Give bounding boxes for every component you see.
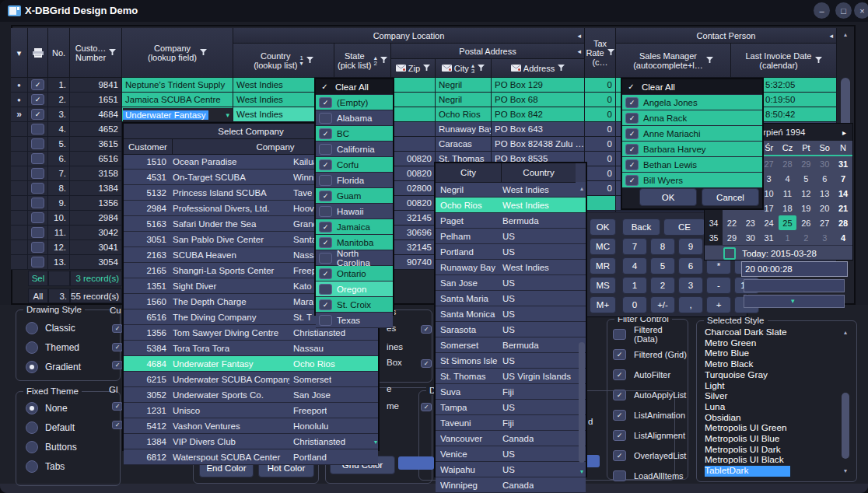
state-option[interactable]: Guam <box>316 188 393 204</box>
company-list-item[interactable]: 6215 Underwater SCUBA Company Somerset <box>124 372 378 387</box>
customer-number-cell[interactable]: 4652 <box>70 122 122 137</box>
fixed-theme-radio[interactable]: None <box>26 403 77 414</box>
city-list-item[interactable]: St Simons Isle US <box>436 353 586 369</box>
calendar-date[interactable]: 22 <box>723 215 741 230</box>
city-list-item[interactable]: Somerset Bermuda <box>436 337 586 353</box>
grid-corner-dropdown[interactable]: ▾ <box>11 28 28 78</box>
sales-manager-column-header[interactable]: Sales Manager(autocomplete+l… <box>616 44 731 78</box>
calendar-date[interactable]: 18 <box>779 201 797 215</box>
zip-cell[interactable] <box>391 137 436 152</box>
calc-button[interactable]: CE <box>663 219 705 236</box>
calc-button[interactable]: 8 <box>650 238 675 255</box>
style-list-item[interactable]: Metropolis UI Black <box>705 455 790 466</box>
checkbox-icon[interactable] <box>112 324 123 333</box>
state-option[interactable]: Texas <box>316 313 393 328</box>
city-cell[interactable]: Negril <box>436 93 492 107</box>
state-option[interactable]: (Empty) <box>316 95 393 110</box>
company-list-item[interactable]: 1384 VIP Divers Club Christiansted <box>124 434 378 449</box>
address-cell[interactable]: PO Box 643 <box>492 122 585 137</box>
state-option[interactable]: Hawaii <box>316 204 393 219</box>
calc-button[interactable]: MR <box>590 257 616 274</box>
no-column-header[interactable]: No. <box>48 28 70 78</box>
covered-blue-button-fragment[interactable] <box>398 456 434 470</box>
style-list-item[interactable]: Light <box>705 381 790 392</box>
address-cell[interactable]: PO Box 129 <box>492 78 585 93</box>
row-checkbox[interactable] <box>28 137 48 152</box>
calc-button[interactable]: 2 <box>650 277 675 294</box>
popup-scroll-down-icon[interactable]: ▾ <box>370 439 381 446</box>
ok-button[interactable]: OK <box>639 188 697 206</box>
minimize-button[interactable]: – <box>814 2 830 19</box>
calendar-date[interactable]: 31 <box>834 156 852 171</box>
customer-number-cell[interactable]: 9841 <box>70 78 122 93</box>
company-list-item[interactable]: 4684 Underwater Fantasy Ocho Rios <box>124 356 378 372</box>
row-checkbox[interactable] <box>28 196 48 211</box>
company-list-item[interactable]: 6812 Waterspout SCUBA Center Portland <box>124 449 378 465</box>
city-list-item[interactable]: Venice US <box>436 446 586 462</box>
calendar-date[interactable]: 1 <box>779 230 797 245</box>
city-list-item[interactable]: Ocho Rios West Indies <box>436 198 586 213</box>
list-scroll-up-icon[interactable]: ▴ <box>840 329 851 336</box>
company-cell[interactable]: Jamaica SCUBA Centre <box>122 93 233 107</box>
calendar-date[interactable]: 4 <box>834 230 852 245</box>
city-cell[interactable]: Runaway Bay <box>436 122 492 137</box>
company-location-group-header[interactable]: Company Location ◂ <box>233 28 585 44</box>
city-list-item[interactable]: Runaway Bay West Indies <box>436 260 586 275</box>
calendar-date[interactable]: 21 <box>834 201 852 215</box>
tax-rate-cell[interactable]: 0 <box>585 166 616 181</box>
fixed-theme-radio[interactable]: Default <box>26 422 77 433</box>
style-list-item[interactable]: Metro Black <box>705 359 790 370</box>
filter-option-checkbox[interactable]: Filtered (Grid) <box>613 349 688 360</box>
company-list-item[interactable]: 1231 Unisco Freeport <box>124 403 378 418</box>
sales-manager-option[interactable]: Anne Mariachi <box>622 126 762 142</box>
filter-option-checkbox[interactable]: Filtered (Data) <box>613 329 688 340</box>
title-bar[interactable]: X-DBGrid Design Demo – □ × <box>0 0 868 22</box>
row-checkbox[interactable] <box>28 93 48 107</box>
zip-cell[interactable]: 90740 <box>391 255 436 270</box>
city-list-item[interactable]: Santa Monica US <box>436 306 586 322</box>
city-cell[interactable]: Negril <box>436 78 492 93</box>
drawing-style-radio[interactable]: Gradient <box>26 362 81 372</box>
print-column-header[interactable] <box>28 28 48 78</box>
city-list-item[interactable]: Taveuni Fiji <box>436 415 586 431</box>
calendar-date[interactable]: 14 <box>834 186 852 201</box>
style-list-item[interactable]: Turquoise Gray <box>705 370 790 381</box>
calc-button[interactable]: Back <box>622 219 660 236</box>
cancel-button[interactable]: Cancel <box>702 188 759 206</box>
row-checkbox[interactable] <box>28 122 48 137</box>
style-list-item[interactable]: Metropolis UI Dark <box>705 445 790 456</box>
zip-cell[interactable] <box>391 78 436 93</box>
state-option[interactable]: Ontario <box>316 266 393 281</box>
calendar-date[interactable]: 26 <box>796 215 815 230</box>
last-invoice-date-column-header[interactable]: Last Invoice Date(calendar) <box>731 44 837 78</box>
city-list-item[interactable]: Tampa US <box>436 400 586 415</box>
grid-scroll-up-icon[interactable]: ▴ <box>838 31 852 38</box>
chevron-down-icon[interactable]: ▾ <box>791 297 795 305</box>
zip-cell[interactable]: 32145 <box>391 240 436 255</box>
city-list-item[interactable]: Negril West Indies <box>436 182 586 198</box>
fixed-theme-radio[interactable]: Buttons <box>26 442 77 453</box>
country-column-header[interactable]: Country(lookup list) 1▾ <box>233 44 334 78</box>
sales-manager-option[interactable]: Bethan Lewis <box>622 157 762 173</box>
style-list-item[interactable]: Obsidian <box>705 413 790 424</box>
customer-number-cell[interactable]: 2984 <box>70 211 122 226</box>
calendar-date[interactable]: 5 <box>796 171 815 186</box>
customer-number-cell[interactable]: 4684 <box>70 107 122 122</box>
customer-number-cell[interactable]: 3041 <box>70 240 122 255</box>
company-cell[interactable]: Neptune's Trident Supply <box>122 78 233 93</box>
state-option[interactable]: California <box>316 142 393 157</box>
customer-number-cell[interactable]: 6516 <box>70 152 122 166</box>
next-month-icon[interactable]: ▸ <box>842 128 846 137</box>
calendar-date[interactable]: 3 <box>815 230 834 245</box>
calendar-date[interactable]: 19 <box>796 201 815 215</box>
city-list-item[interactable]: Vancouver Canada <box>436 431 586 446</box>
state-option[interactable]: St. Croix <box>316 297 393 313</box>
filter-icon[interactable] <box>478 65 485 72</box>
city-list-item[interactable]: Paget Bermuda <box>436 213 586 229</box>
style-list-item[interactable]: Metropolis UI Green <box>705 423 790 434</box>
customer-column-header[interactable]: Customer <box>124 139 173 155</box>
list-scroll-down-icon[interactable]: ▾ <box>840 467 851 474</box>
tax-rate-cell[interactable] <box>585 196 616 211</box>
calendar-today-row[interactable]: Today: 2015-03-28 <box>705 245 852 260</box>
city-list-item[interactable]: St. Thomas US Virgin Islands <box>436 369 586 384</box>
